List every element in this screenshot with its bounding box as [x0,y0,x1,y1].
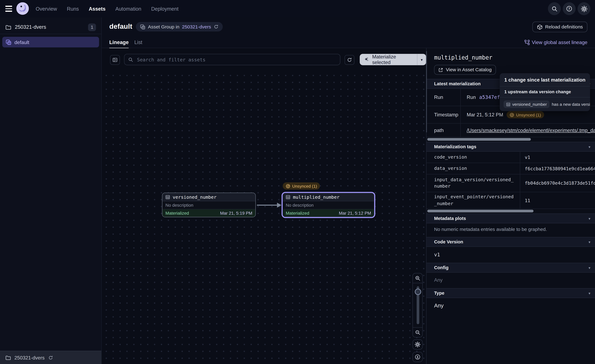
refresh-graph-button[interactable] [345,55,354,65]
horizontal-scrollbar[interactable] [427,138,531,141]
view-global-asset-lineage-link[interactable]: View global asset lineage [524,36,587,48]
chevron-down-icon[interactable]: ▾ [588,291,590,295]
gear-icon [415,342,420,347]
nav-item-overview[interactable]: Overview [36,6,57,12]
refresh-icon[interactable] [214,24,219,29]
section-config[interactable]: Config ▾ [426,263,595,273]
nav-item-runs[interactable]: Runs [67,6,79,12]
reload-definitions-label: Reload definitions [545,24,583,29]
asset-node-description: No description [163,201,255,209]
view-in-asset-catalog-button[interactable]: View in Asset Catalog [434,65,496,75]
lineage-canvas[interactable]: Materialize selected ▾ Unsynced (1) vers… [102,48,426,364]
sidebar-group-row[interactable]: 250321-dvers 1 [0,21,101,34]
search-icon [552,6,557,12]
asset-groups-sidebar: 250321-dvers 1 default 250321-dvers [0,17,102,364]
panel-resize-handle[interactable] [426,51,427,132]
lineage-graph-icon [524,40,530,45]
octopus-logo-icon [16,2,29,15]
type-value: Any [426,298,595,313]
asset-link-pill[interactable]: versioned_number [503,100,550,108]
panel-expand-icon [112,57,118,63]
dagster-app: Overview Runs Assets Automation Deployme… [0,0,595,364]
changes-popup: 1 change since last materialization 1 up… [500,73,590,111]
graph-settings-button[interactable] [412,339,423,350]
zoom-controls [412,273,423,338]
zoom-slider[interactable] [412,283,423,327]
popup-message: has a new data version [552,102,590,106]
sidebar-footer: 250321-dvers [0,351,101,364]
asset-group-icon [6,39,11,45]
folder-icon [5,24,11,30]
asset-node-versioned-number[interactable]: versioned_number No description Material… [162,193,256,217]
tab-lineage[interactable]: Lineage [109,36,129,48]
sync-status-icon [286,184,290,188]
unsynced-badge[interactable]: Unsynced (1) [283,182,320,189]
path-link[interactable]: /Users/smackesey/stm/code/elementl/exper… [467,127,595,133]
section-title: Config [434,265,448,270]
asset-node-status-row: Materialized Mar 21, 5:19 PM [163,209,255,217]
asset-node-name: versioned_number [173,194,217,200]
nav-item-deployment[interactable]: Deployment [151,6,178,12]
chevron-down-icon[interactable]: ▾ [588,145,590,149]
tag-key: input_data_version/versioned_number [426,175,520,192]
asset-node-header: multiplied_number [283,193,374,201]
tag-key: data_version [426,163,520,174]
reload-definitions-icon [537,24,542,30]
reload-definitions-button[interactable]: Reload definitions [532,21,587,32]
external-link-icon [438,67,443,72]
asset-group-icon [140,24,145,29]
zoom-in-button[interactable] [412,273,423,283]
section-metadata-plots[interactable]: Metadata plots ▾ [426,214,595,224]
timestamp-label: Timestamp [426,106,460,123]
hamburger-menu-icon[interactable] [5,6,12,12]
materialized-status: Materialized [286,211,309,216]
sidebar-item-default[interactable]: default [2,37,99,47]
zoom-slider-knob[interactable] [415,288,421,295]
dagster-logo[interactable] [16,2,29,15]
zoom-out-button[interactable] [412,327,423,338]
asset-search-bar [124,54,340,65]
refresh-icon[interactable] [48,355,53,360]
badge-group-link[interactable]: 250321-dvers [182,24,211,29]
search-button[interactable] [548,2,561,15]
svg-text:?: ? [568,7,570,11]
latest-path-row: path /Users/smackesey/stm/code/elementl/… [426,124,595,137]
unsynced-badge[interactable]: Unsynced (1) [507,111,544,118]
materialize-dropdown-caret[interactable]: ▾ [417,54,426,65]
materialize-selected-label: Materialize selected [372,54,412,65]
chevron-down-icon[interactable]: ▾ [588,240,590,244]
unsynced-badge-label: Unsynced (1) [516,112,541,117]
tag-key: input_event_pointer/versioned_number [426,192,520,209]
top-nav-bar: Overview Runs Assets Automation Deployme… [0,0,595,17]
materialize-selected-button[interactable]: Materialize selected ▾ [360,54,426,65]
unsynced-badge-label: Unsynced (1) [292,184,317,188]
section-materialization-tags[interactable]: Materialization tags ▾ [426,142,595,152]
refresh-icon [347,57,352,63]
chevron-down-icon[interactable]: ▾ [588,266,590,270]
page-header: default Asset Group in 250321-dvers Relo… [102,17,595,36]
chevron-down-icon[interactable]: ▾ [588,216,590,221]
tag-value: f6ccba1776380941e9cd1ea66481d [520,163,595,174]
zoom-out-icon [415,330,420,335]
tag-row: input_data_version/versioned_number fb04… [426,175,595,192]
table-icon [286,195,290,199]
nav-item-assets[interactable]: Assets [89,6,105,12]
section-code-version[interactable]: Code Version ▾ [426,237,595,247]
search-input[interactable] [136,56,336,63]
run-id-link[interactable]: a5347ef7 [479,94,503,100]
help-button[interactable]: ? [563,2,576,15]
section-type[interactable]: Type ▾ [426,288,595,298]
horizontal-scrollbar[interactable] [427,210,534,212]
asset-group-badge: Asset Group in 250321-dvers [136,22,223,32]
tab-list[interactable]: List [134,36,142,48]
asset-link-label: versioned_number [512,102,547,106]
asset-node-header: versioned_number [163,193,255,201]
search-icon [128,57,133,62]
settings-button[interactable] [577,2,590,15]
download-image-button[interactable] [412,352,423,362]
materialized-timestamp: Mar 21, 5:19 PM [220,211,252,216]
nav-item-automation[interactable]: Automation [115,6,141,12]
asset-node-multiplied-number[interactable]: multiplied_number No description Materia… [282,192,375,218]
tag-value: fb04dcb6970e4c3d1873de51fd5a5 [520,175,595,192]
expand-panel-button[interactable] [110,55,120,65]
